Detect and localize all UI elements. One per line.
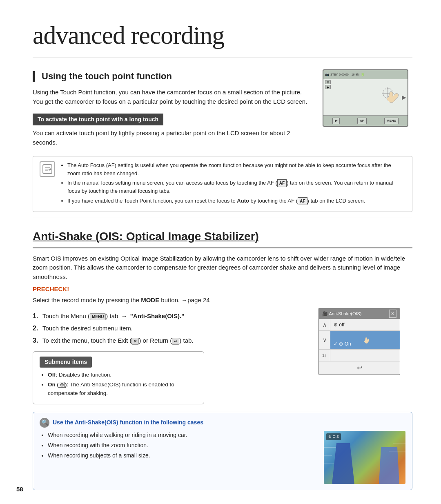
- lcd-btn-af: AF: [357, 118, 367, 124]
- ois-up-arrow: ∧: [319, 319, 330, 330]
- ois-hand-svg: [361, 332, 374, 346]
- touch-heading-text: Using the touch point function: [42, 69, 172, 83]
- af-icon-inline2: AF: [298, 197, 307, 205]
- steps-layout: 1. Touch the Menu (MENU) tab → "Anti-Sha…: [33, 308, 412, 404]
- antishake-intro: Smart OIS improves on existing Optical I…: [33, 254, 412, 282]
- tip-item-1: When recording while walking or riding i…: [48, 431, 316, 439]
- lcd-icon-camera: 📷: [325, 72, 329, 77]
- step-num-3: 3.: [33, 336, 40, 346]
- ois-num-row: 1↑: [319, 350, 400, 361]
- tip-bullet-list: When recording while walking or riding i…: [40, 431, 316, 460]
- touch-pointer-svg: [372, 81, 404, 109]
- tip-content: When recording while walking or riding i…: [40, 431, 316, 462]
- heading-bar: [33, 71, 35, 82]
- note-content: The Auto Focus (AF) setting is useful wh…: [60, 161, 405, 207]
- ois-menu-on-row: ∨ ✓ ⊕ On: [319, 331, 400, 350]
- page-number: 58: [16, 485, 23, 494]
- menu-icon-inline: MENU: [90, 313, 106, 320]
- page-title: advanced recording: [33, 16, 412, 58]
- return-icon-inline: ↩: [172, 338, 179, 345]
- ois-on-item: ✓ ⊕ On: [330, 331, 400, 349]
- ois-menu-up-row: ∧ ⊕ off: [319, 319, 400, 331]
- note-bullet-list: The Auto Focus (AF) setting is useful wh…: [60, 161, 405, 205]
- ois-num-label: 1↑: [319, 350, 330, 361]
- step-list: 1. Touch the Menu (MENU) tab → "Anti-Sha…: [33, 311, 310, 346]
- lcd-time: 0:00:00: [339, 73, 348, 77]
- lcd-top-bar: 📷 STBY 0:00:00 16:9M 🔋: [323, 70, 408, 79]
- ois-down-arrow: ∨: [319, 335, 330, 346]
- tip-box: 🔍 Use the Anti-Shake(OIS) function in th…: [33, 412, 412, 490]
- tip-search-icon: 🔍: [40, 418, 49, 428]
- step-2: 2. Touch the desired submenu item.: [33, 323, 310, 333]
- motion-blur-svg: [324, 431, 405, 484]
- touch-sub-desc: You can activate touch point by lightly …: [33, 129, 310, 147]
- ois-menu-title-text: 🎥 Anti-Shake(OIS): [322, 310, 362, 317]
- precheck-text: Select the record mode by pressing the M…: [33, 296, 412, 305]
- submenu-item-off: Off: Disables the function.: [48, 371, 197, 379]
- submenu-item-on: On (⊕): The Anti-Shake(OIS) function is …: [48, 381, 197, 397]
- ois-menu-image: 🎥 Anti-Shake(OIS) ✕ ∧ ⊕ off ∨ ✓ ⊕ On: [318, 308, 412, 404]
- ois-off-item: ⊕ off: [330, 319, 400, 330]
- touch-sub-heading: To activate the touch point with a long …: [33, 114, 163, 125]
- tip-photo: ⊕ OIS: [324, 431, 405, 484]
- submenu-list: Off: Disables the function. On (⊕): The …: [40, 371, 197, 397]
- precheck-label: PRECHECK!: [33, 285, 412, 294]
- lcd-body: ⊞ ▶ ▶: [323, 79, 408, 115]
- page-container: advanced recording Using the touch point…: [0, 0, 441, 504]
- lcd-left-icon2: ▶: [325, 85, 331, 89]
- note-box: The Auto Focus (AF) setting is useful wh…: [33, 156, 412, 212]
- touch-section-heading: Using the touch point function: [33, 69, 310, 83]
- steps-content: 1. Touch the Menu (MENU) tab → "Anti-Sha…: [33, 308, 310, 404]
- note-item-2: In the manual focus setting menu screen,…: [67, 179, 405, 195]
- step-num-2: 2.: [33, 323, 40, 333]
- lcd-left-icon1: ⊞: [325, 80, 331, 84]
- tip-item-2: When recording with the zoom function.: [48, 441, 316, 450]
- step-3-text: To exit the menu, touch the Exit (✕) or …: [42, 336, 194, 346]
- step-1-text: Touch the Menu (MENU) tab → "Anti-Shake(…: [42, 312, 184, 321]
- touch-content: Using the touch point function Using the…: [33, 69, 310, 150]
- submenu-heading: Submenu items: [40, 357, 92, 368]
- ois-back-row: ↩: [319, 361, 400, 375]
- lcd-screen-mockup: 📷 STBY 0:00:00 16:9M 🔋: [323, 69, 408, 127]
- lcd-bottom-bar: ▶ AF MENU: [323, 115, 408, 126]
- ois-hand-pointer: [361, 332, 374, 348]
- touch-point-section: Using the touch point function Using the…: [33, 69, 412, 150]
- ois-menu-mockup: 🎥 Anti-Shake(OIS) ✕ ∧ ⊕ off ∨ ✓ ⊕ On: [318, 308, 400, 375]
- note-item-3: If you have enabled the Touch Point func…: [67, 197, 405, 205]
- step-1: 1. Touch the Menu (MENU) tab → "Anti-Sha…: [33, 311, 310, 321]
- step-num-1: 1.: [33, 311, 40, 321]
- lcd-btn-play: ▶: [332, 118, 340, 124]
- antishake-heading: Anti-Shake (OIS: Optical Image Stabilize…: [33, 228, 412, 248]
- exit-icon-inline: ✕: [131, 338, 139, 345]
- lcd-right-arrow: ▶: [402, 93, 406, 102]
- lcd-screen-image: 📷 STBY 0:00:00 16:9M 🔋: [318, 69, 412, 150]
- step-2-text: Touch the desired submenu item.: [42, 324, 133, 333]
- note-item-1: The Auto Focus (AF) setting is useful wh…: [67, 161, 405, 177]
- ois-back-icon: ↩: [357, 363, 362, 373]
- note-pencil-svg: [42, 163, 53, 175]
- lcd-btn-menu: MENU: [384, 118, 399, 124]
- step-3: 3. To exit the menu, touch the Exit (✕) …: [33, 336, 310, 346]
- tip-layout: When recording while walking or riding i…: [40, 431, 405, 484]
- tip-title-text: Use the Anti-Shake(OIS) function in the …: [53, 418, 203, 427]
- arrow-right-icon: →: [121, 312, 127, 321]
- precheck-label-text: PRECHECK!: [33, 285, 69, 292]
- af-icon-inline1: AF: [277, 179, 287, 187]
- ois-menu-title-bar: 🎥 Anti-Shake(OIS) ✕: [319, 308, 400, 319]
- lcd-detail1: 16:9M: [352, 73, 359, 77]
- lcd-stby: STBY: [330, 73, 338, 77]
- section-divider-1: [33, 218, 412, 218]
- submenu-box: Submenu items Off: Disables the function…: [33, 351, 204, 404]
- tip-item-3: When recording subjects of a small size.: [48, 451, 316, 460]
- ois-close-icon: ✕: [389, 310, 396, 318]
- touch-intro-text: Using the Touch Point function, you can …: [33, 88, 310, 106]
- tip-header: 🔍 Use the Anti-Shake(OIS) function in th…: [40, 418, 405, 428]
- lcd-battery: 🔋: [361, 72, 365, 77]
- note-icon: [40, 161, 55, 177]
